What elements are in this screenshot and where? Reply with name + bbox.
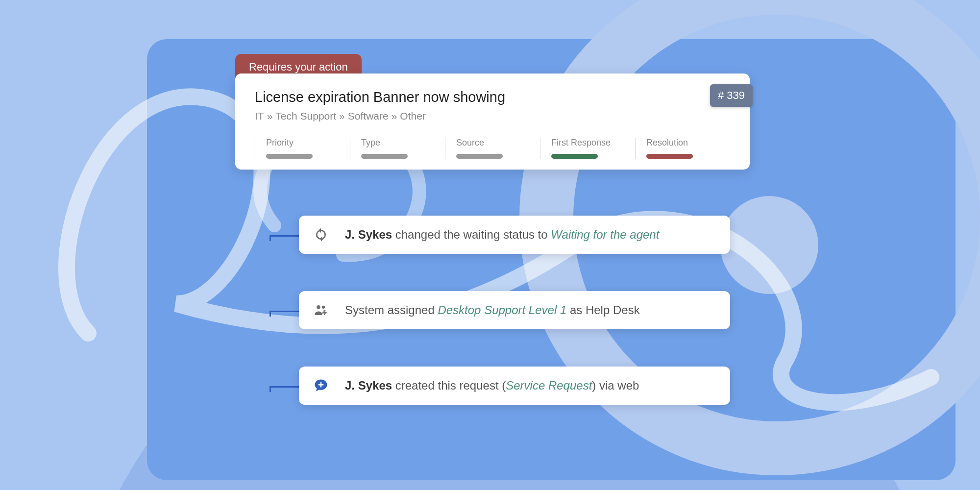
svg-point-1 — [322, 306, 325, 309]
timeline-event-text: J. Sykes created this request (Service R… — [345, 379, 639, 392]
breadcrumb: IT»Tech Support»Software»Other — [255, 110, 730, 122]
timeline-event[interactable]: J. Sykes changed the waiting status to W… — [299, 216, 730, 254]
comment-plus-icon — [314, 378, 333, 393]
timeline-event[interactable]: System assigned Desktop Support Level 1 … — [299, 291, 730, 329]
breadcrumb-item: Other — [400, 110, 426, 122]
metric-source: Source — [445, 138, 540, 159]
metric-priority: Priority — [255, 138, 350, 159]
ticket-number-tag: # 339 — [710, 84, 753, 107]
ticket-metrics: Priority Type Source First Response Reso… — [255, 138, 730, 159]
timeline-event-text: System assigned Desktop Support Level 1 … — [345, 303, 640, 317]
ticket-title: License expiration Banner now showing — [255, 89, 730, 105]
breadcrumb-item: Software — [348, 110, 389, 122]
refresh-icon — [314, 227, 333, 242]
breadcrumb-item: IT — [255, 110, 264, 122]
breadcrumb-item: Tech Support — [275, 110, 336, 122]
timeline-event[interactable]: J. Sykes created this request (Service R… — [299, 367, 730, 405]
metric-resolution: Resolution — [635, 138, 730, 159]
decorative-node — [720, 196, 818, 294]
metric-type: Type — [350, 138, 445, 159]
users-cog-icon — [314, 303, 333, 318]
svg-point-0 — [317, 305, 320, 309]
ticket-card[interactable]: License expiration Banner now showing # … — [235, 74, 750, 170]
metric-first-response: First Response — [540, 138, 635, 159]
timeline-event-text: J. Sykes changed the waiting status to W… — [345, 228, 659, 242]
